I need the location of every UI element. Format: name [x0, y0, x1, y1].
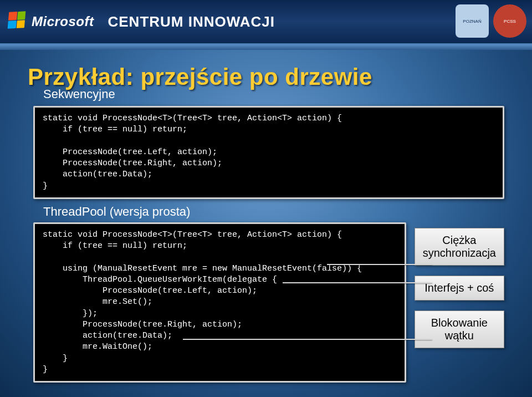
callout-interface: Interfejs + coś [415, 276, 504, 301]
callouts-column: Ciężka synchronizacja Interfejs + coś Bl… [415, 228, 504, 348]
connector-line-3 [183, 339, 432, 340]
callout-sync: Ciężka synchronizacja [415, 228, 504, 266]
threadpool-row: static void ProcessNode<T>(Tree<T> tree,… [28, 222, 504, 388]
callout-blocking-line1: Blokowanie [423, 317, 496, 329]
badge-poznan: POZNAŃ [456, 4, 489, 38]
callout-blocking: Blokowanie wątku [415, 311, 504, 348]
header-bar: Microsoft CENTRUM INNOWACJI POZNAŃ PCSS [0, 0, 532, 44]
slide-content: Przykład: przejście po drzewie Sekwencyj… [0, 50, 532, 397]
slide-title: Przykład: przejście po drzewie [28, 64, 504, 90]
connector-line-2 [283, 282, 432, 283]
divider-strip [0, 44, 532, 50]
code-block-sequential: static void ProcessNode<T>(Tree<T> tree,… [33, 106, 504, 199]
microsoft-logo: Microsoft [8, 12, 94, 32]
code-block-threadpool: static void ProcessNode<T>(Tree<T> tree,… [33, 222, 406, 383]
callout-sync-line2: synchronizacja [423, 247, 496, 259]
callout-sync-line1: Ciężka [423, 234, 496, 247]
subtitle-threadpool: ThreadPool (wersja prosta) [43, 205, 504, 219]
connector-line-1 [327, 264, 432, 265]
header-center-title: CENTRUM INNOWACJI [108, 13, 275, 30]
partner-logos: POZNAŃ PCSS [456, 4, 526, 38]
microsoft-wordmark: Microsoft [32, 14, 94, 29]
windows-flag-icon [8, 12, 28, 32]
badge-pcss: PCSS [493, 4, 526, 38]
callout-blocking-line2: wątku [423, 329, 496, 342]
